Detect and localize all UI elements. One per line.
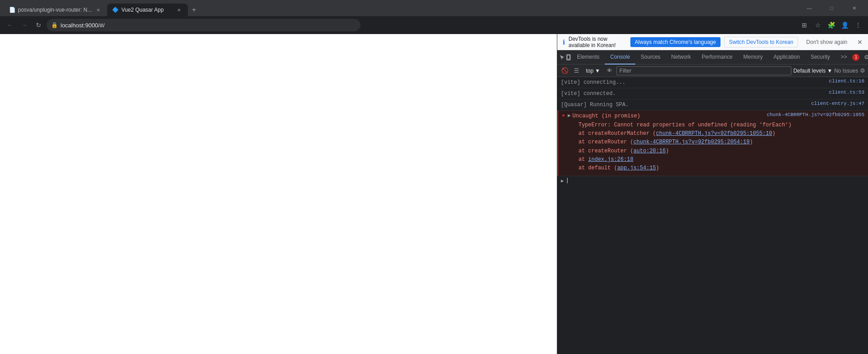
console-line-vite-connected: [vite] connected. client.ts:53 [557,88,868,99]
reload-button[interactable]: ↻ [32,19,45,31]
performance-tab[interactable]: Performance [696,50,738,65]
console-tab[interactable]: Console [605,50,635,65]
stack-link-5[interactable]: app.js:54:15 [617,165,656,171]
profile-button[interactable]: 👤 [838,19,851,31]
clear-console-button[interactable]: 🚫 [560,66,570,76]
error-count-badge: 1 [852,54,859,61]
tab2-close[interactable]: ✕ [175,6,182,13]
translate-button[interactable]: ⊞ [798,19,811,31]
error-source-link[interactable]: chunk-4CBRRPTH.js?v=92fb0295:1055 [767,112,864,117]
log-levels-selector[interactable]: Default levels ▼ [793,68,832,74]
tab1-favicon: 📄 [9,7,15,13]
console-cursor[interactable]: | [566,177,569,184]
more-tabs-button[interactable]: >> [835,50,852,65]
memory-tab[interactable]: Memory [738,50,768,65]
error-meta[interactable]: chunk-4CBRRPTH.js?v=92fb0295:1055 [767,112,864,117]
console-output: [vite] connecting... client.ts:16 [vite]… [557,77,868,354]
stack-link-4[interactable]: index.js:26:18 [588,156,634,163]
bookmark-button[interactable]: ☆ [812,19,824,31]
back-button[interactable]: ← [4,19,16,31]
close-button[interactable]: ✕ [844,1,864,15]
console-filter-input[interactable] [616,66,792,75]
console-meta-2[interactable]: client.ts:53 [829,90,864,95]
console-line-error: ● ▶ Uncaught (in promise) chunk-4CBRRPTH… [557,111,868,176]
new-tab-button[interactable]: + [188,4,200,16]
stack-link-2[interactable]: chunk-4CBRRPTH.js?v=92fb0295:2054:19 [634,139,750,145]
stack-line-2: at createRouter (chunk-4CBRRPTH.js?v=92f… [578,138,861,147]
tab-inactive[interactable]: 📄 posva/unplugin-vue-router: N... ✕ [4,4,107,16]
url-text: localhost:9000/#/ [61,22,356,29]
notification-text: DevTools is now available in Korean! [569,36,627,48]
devtools-tabs-bar: Elements Console Sources Network Perform… [557,50,868,65]
page-content [0,34,557,354]
no-issues-label: No Issues [834,68,858,74]
inspect-element-button[interactable] [559,51,565,64]
eye-button[interactable]: 👁 [605,66,615,76]
console-text-vite-connecting: [vite] connecting... [561,78,825,86]
application-tab[interactable]: Application [768,50,805,65]
security-tab[interactable]: Security [805,50,835,65]
source-link-3[interactable]: client-entry.js:47 [811,101,864,106]
browser-frame: 📄 posva/unplugin-vue-router: N... ✕ 🔷 Vu… [0,0,868,354]
stack-line-5: at default (app.js:54:15) [578,164,861,173]
minimize-button[interactable]: — [799,1,820,15]
context-arrow-icon: ▼ [595,68,600,74]
tab1-close[interactable]: ✕ [95,6,102,13]
devtools-notification-bar: ℹ DevTools is now available in Korean! A… [557,34,868,50]
elements-tab[interactable]: Elements [572,50,605,65]
maximize-button[interactable]: □ [821,1,842,15]
devtools-tabs-right: 1 ⚙ ⋮ ✕ [852,51,868,64]
toggle-sidebar-button[interactable]: ☰ [572,66,582,76]
console-settings-icon[interactable]: ⚙ [860,67,865,74]
dont-show-again-button[interactable]: Don't show again [802,37,852,47]
error-expand-arrow[interactable]: ▶ [568,112,571,118]
prompt-expand-icon: ▶ [561,178,564,184]
console-toolbar: 🚫 ☰ top ▼ 👁 Default levels ▼ No Issues ⚙ [557,65,868,77]
switch-devtools-button[interactable]: Switch DevTools to Korean [724,37,798,47]
console-meta-3[interactable]: client-entry.js:47 [811,101,864,106]
stack-link-3[interactable]: auto:20:16 [634,148,666,154]
context-selector[interactable]: top ▼ [583,67,603,75]
match-language-button[interactable]: Always match Chrome's language [630,37,720,47]
tab2-favicon: 🔷 [113,7,119,13]
stack-line-0: TypeError: Cannot read properties of und… [578,121,861,130]
tab-strip: 📄 posva/unplugin-vue-router: N... ✕ 🔷 Vu… [4,0,799,16]
stack-link-1[interactable]: chunk-4CBRRPTH.js?v=92fb0295:1055:10 [656,130,772,137]
network-tab[interactable]: Network [666,50,696,65]
notification-close-icon[interactable]: ✕ [857,39,863,46]
tab-active[interactable]: 🔷 Vue2 Quasar App ✕ [107,4,188,16]
sources-tab[interactable]: Sources [635,50,666,65]
console-line-vite-connecting: [vite] connecting... client.ts:16 [557,77,868,88]
extensions-button[interactable]: 🧩 [825,19,838,31]
navigation-bar: ← → ↻ 🔒 localhost:9000/#/ ⊞ ☆ 🧩 👤 ⋮ [0,16,868,34]
tab1-title: posva/unplugin-vue-router: N... [18,7,92,13]
source-link-2[interactable]: client.ts:53 [829,90,864,95]
error-circle-icon: ● [562,112,565,119]
title-bar: 📄 posva/unplugin-vue-router: N... ✕ 🔷 Vu… [0,0,868,16]
error-content: ▶ Uncaught (in promise) chunk-4CBRRPTH.j… [568,112,864,174]
content-area: ℹ DevTools is now available in Korean! A… [0,34,868,354]
console-line-quasar: [Quasar] Running SPA. client-entry.js:47 [557,99,868,111]
forward-button[interactable]: → [18,19,30,31]
stack-line-1: at createRouterMatcher (chunk-4CBRRPTH.j… [578,130,861,138]
console-prompt-line[interactable]: ▶ | [557,176,868,185]
address-bar[interactable]: 🔒 localhost:9000/#/ [47,19,360,31]
devtools-settings-button[interactable]: ⚙ [860,51,868,64]
more-button[interactable]: ⋮ [852,19,864,31]
tab2-title: Vue2 Quasar App [122,7,173,13]
source-link-1[interactable]: client.ts:16 [829,78,864,84]
devtools-panel: ℹ DevTools is now available in Korean! A… [557,34,868,354]
svg-rect-1 [567,55,570,59]
notification-info-icon: ℹ [563,39,565,46]
stack-line-3: at createRouter (auto:20:16) [578,147,861,155]
context-label: top [586,68,594,74]
device-toolbar-button[interactable] [565,51,572,64]
console-meta-1[interactable]: client.ts:16 [829,78,864,84]
console-text-vite-connected: [vite] connected. [561,90,825,98]
lock-icon: 🔒 [51,22,58,28]
error-stack: TypeError: Cannot read properties of und… [568,120,864,174]
nav-right-buttons: ⊞ ☆ 🧩 👤 ⋮ [798,19,864,31]
error-header: ▶ Uncaught (in promise) chunk-4CBRRPTH.j… [568,112,864,120]
window-controls: — □ ✕ [799,1,864,15]
error-main-text: Uncaught (in promise) [573,112,763,120]
